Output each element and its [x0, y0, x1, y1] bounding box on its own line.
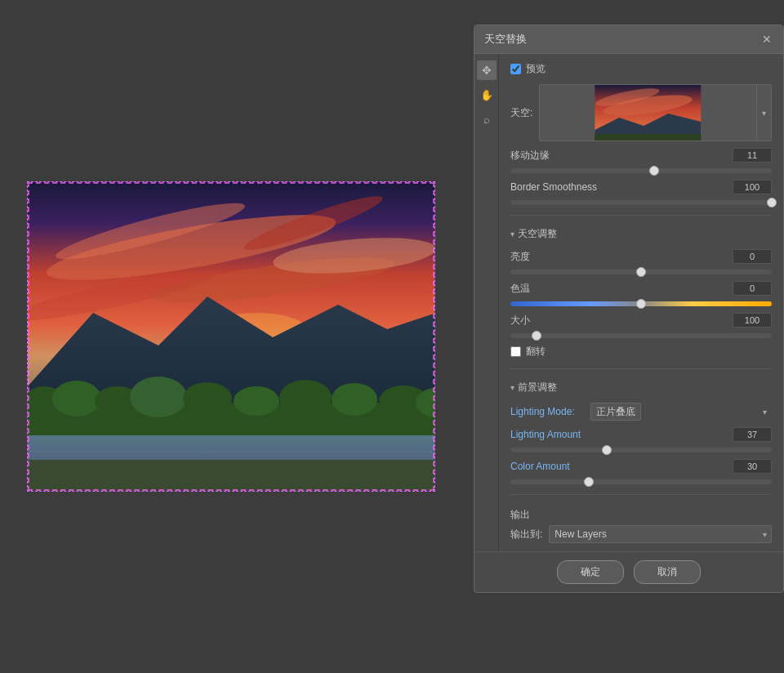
flip-checkbox[interactable]	[510, 346, 521, 357]
color-temp-thumb[interactable]	[636, 299, 646, 309]
foreground-adjustment-label: 前景调整	[518, 381, 557, 394]
confirm-button[interactable]: 确定	[557, 560, 624, 584]
sky-label: 天空:	[510, 106, 532, 120]
flip-label: 翻转	[526, 345, 546, 359]
output-select-wrapper: New Layers Duplicate Layer Current Layer	[549, 525, 772, 543]
color-temp-value[interactable]	[733, 281, 772, 296]
border-smoothness-value[interactable]	[733, 180, 772, 194]
color-temp-header: 色温	[510, 281, 772, 296]
lighting-mode-select[interactable]: 正片叠底 滤色 叠加 柔光	[590, 403, 641, 421]
sky-adjustment-label: 天空调整	[518, 227, 557, 241]
preview-checkbox[interactable]	[510, 64, 521, 74]
color-amount-value[interactable]	[733, 459, 772, 474]
foreground-adjustment-divider	[510, 368, 772, 369]
dialog-body: ✥ ✋ ⌕ 预览 天空:	[474, 54, 783, 551]
canvas-area	[0, 0, 461, 673]
color-amount-header: Color Amount	[510, 459, 772, 474]
sky-dropdown: ▾	[539, 84, 772, 141]
svg-point-14	[183, 382, 232, 415]
sky-thumbnail-image	[540, 85, 756, 140]
color-amount-thumb[interactable]	[584, 477, 594, 487]
foreground-adjustment-arrow: ▾	[510, 383, 514, 392]
color-temp-slider-row: 色温	[510, 281, 772, 306]
brightness-value[interactable]	[733, 249, 772, 264]
zoom-icon: ⌕	[483, 114, 490, 126]
size-slider-row: 大小	[510, 313, 772, 338]
svg-point-15	[234, 386, 279, 416]
lighting-mode-label: Lighting Mode:	[510, 406, 584, 417]
hand-icon: ✋	[480, 89, 493, 101]
lighting-amount-track[interactable]	[510, 448, 772, 452]
dialog-title: 天空替换	[484, 32, 527, 47]
output-label: 输出	[510, 508, 772, 522]
move-edge-label: 移动边缘	[510, 149, 550, 163]
brightness-track[interactable]	[510, 270, 772, 274]
move-icon: ✥	[482, 64, 492, 77]
output-to-label: 输出到:	[510, 528, 542, 542]
sky-dropdown-arrow: ▾	[756, 85, 771, 140]
move-edge-header: 移动边缘	[510, 148, 772, 163]
size-track[interactable]	[510, 333, 772, 338]
sky-adjustment-arrow: ▾	[510, 230, 514, 238]
lighting-amount-value[interactable]	[733, 427, 772, 442]
preview-label: 预览	[526, 62, 546, 76]
size-label: 大小	[510, 314, 530, 328]
move-edge-thumb[interactable]	[649, 166, 659, 176]
dialog-footer: 确定 取消	[474, 551, 783, 592]
dialog-titlebar: 天空替换 ✕	[474, 25, 783, 54]
border-smoothness-slider-row: Border Smoothness	[510, 180, 772, 205]
output-to-row: 输出到: New Layers Duplicate Layer Current …	[510, 525, 772, 543]
left-toolbar: ✥ ✋ ⌕	[474, 54, 499, 551]
foreground-adjustment-header[interactable]: ▾ 前景调整	[510, 379, 772, 396]
lighting-amount-header: Lighting Amount	[510, 427, 772, 442]
color-amount-label: Color Amount	[510, 461, 570, 472]
brightness-slider-row: 亮度	[510, 249, 772, 274]
move-tool-button[interactable]: ✥	[477, 60, 497, 80]
svg-point-11	[52, 381, 101, 417]
border-smoothness-thumb[interactable]	[767, 198, 777, 207]
svg-point-16	[279, 380, 332, 416]
border-smoothness-track[interactable]	[510, 200, 772, 205]
lighting-amount-label: Lighting Amount	[510, 429, 581, 440]
sky-thumbnail-button[interactable]: ▾	[539, 84, 772, 141]
size-thumb[interactable]	[532, 331, 541, 341]
canvas-image-wrapper	[27, 181, 435, 492]
flip-row: 翻转	[510, 345, 772, 359]
svg-point-17	[332, 383, 377, 416]
close-button[interactable]: ✕	[760, 33, 773, 46]
cancel-button[interactable]: 取消	[634, 560, 701, 584]
lighting-amount-thumb[interactable]	[602, 445, 612, 455]
output-divider	[510, 494, 772, 495]
lighting-mode-row: Lighting Mode: 正片叠底 滤色 叠加 柔光	[510, 403, 772, 421]
move-edge-track[interactable]	[510, 168, 772, 173]
svg-rect-28	[595, 134, 702, 140]
color-temp-track[interactable]	[510, 301, 772, 306]
sky-adjustment-header[interactable]: ▾ 天空调整	[510, 225, 772, 243]
preview-row: 预览	[510, 62, 772, 76]
lighting-mode-select-wrapper: 正片叠底 滤色 叠加 柔光	[590, 403, 772, 421]
lighting-amount-slider-row: Lighting Amount	[510, 427, 772, 452]
color-amount-slider-row: Color Amount	[510, 459, 772, 484]
svg-point-13	[130, 377, 187, 417]
sky-adjustment-divider	[510, 215, 772, 216]
sky-selector: 天空:	[510, 84, 772, 141]
sky-replace-dialog: 天空替换 ✕ ✥ ✋ ⌕ 预览 天空:	[474, 25, 784, 593]
size-value[interactable]	[733, 313, 772, 328]
right-panel: 预览 天空:	[499, 54, 783, 551]
color-amount-track[interactable]	[510, 479, 772, 484]
svg-rect-23	[28, 460, 435, 492]
brightness-thumb[interactable]	[636, 267, 646, 277]
size-header: 大小	[510, 313, 772, 328]
border-smoothness-label: Border Smoothness	[510, 181, 597, 193]
hand-tool-button[interactable]: ✋	[477, 85, 497, 105]
move-edge-slider-row: 移动边缘	[510, 148, 772, 173]
output-section: 输出 输出到: New Layers Duplicate Layer Curre…	[510, 508, 772, 543]
brightness-header: 亮度	[510, 249, 772, 264]
color-temp-label: 色温	[510, 282, 530, 296]
move-edge-value[interactable]	[733, 148, 772, 163]
brightness-label: 亮度	[510, 250, 530, 264]
output-select[interactable]: New Layers Duplicate Layer Current Layer	[549, 525, 772, 543]
zoom-tool-button[interactable]: ⌕	[477, 109, 497, 129]
border-smoothness-header: Border Smoothness	[510, 180, 772, 194]
canvas-svg	[28, 182, 435, 492]
